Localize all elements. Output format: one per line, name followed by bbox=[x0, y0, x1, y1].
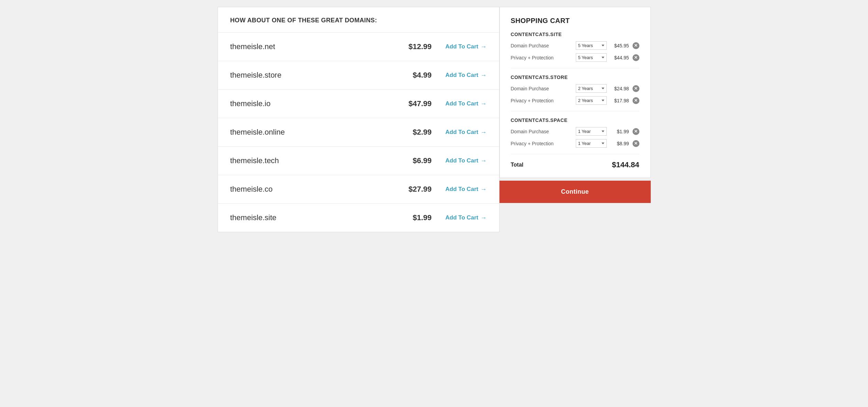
cart-item-row: Domain Purchase1 Year2 Years3 Years5 Yea… bbox=[511, 84, 639, 93]
domain-name: themeisle.io bbox=[230, 99, 401, 108]
cart-domain-name: CONTENTCATS.STORE bbox=[511, 75, 639, 80]
cart-item-row: Privacy + Protection1 Year2 Years3 Years… bbox=[511, 53, 639, 62]
add-to-cart-button[interactable]: Add To Cart → bbox=[445, 214, 486, 222]
cart-item-price: $8.99 bbox=[610, 141, 629, 146]
arrow-icon: → bbox=[481, 72, 487, 79]
cart-title: SHOPPING CART bbox=[511, 17, 639, 25]
cart-item-price: $24.98 bbox=[610, 86, 629, 91]
arrow-icon: → bbox=[481, 157, 487, 165]
add-to-cart-button[interactable]: Add To Cart → bbox=[445, 43, 486, 50]
cart-box: SHOPPING CART CONTENTCATS.SITEDomain Pur… bbox=[499, 7, 651, 178]
add-to-cart-label: Add To Cart bbox=[445, 214, 478, 221]
cart-domain-section: CONTENTCATS.SPACEDomain Purchase1 Year2 … bbox=[511, 111, 639, 148]
add-to-cart-button[interactable]: Add To Cart → bbox=[445, 129, 486, 136]
cart-domain-name: CONTENTCATS.SPACE bbox=[511, 117, 639, 123]
cart-item-label: Domain Purchase bbox=[511, 129, 572, 134]
domain-name: themeisle.online bbox=[230, 128, 401, 137]
arrow-icon: → bbox=[481, 186, 487, 193]
duration-select[interactable]: 1 Year2 Years3 Years5 Years bbox=[576, 139, 607, 148]
domain-name: themeisle.store bbox=[230, 71, 401, 80]
remove-item-button[interactable]: ✕ bbox=[633, 54, 639, 61]
add-to-cart-label: Add To Cart bbox=[445, 72, 478, 79]
domain-price: $47.99 bbox=[400, 99, 431, 108]
arrow-icon: → bbox=[481, 100, 487, 108]
cart-item-row: Privacy + Protection1 Year2 Years3 Years… bbox=[511, 96, 639, 105]
cart-panel: SHOPPING CART CONTENTCATS.SITEDomain Pur… bbox=[499, 7, 651, 232]
cart-item-row: Privacy + Protection1 Year2 Years3 Years… bbox=[511, 139, 639, 148]
add-to-cart-button[interactable]: Add To Cart → bbox=[445, 72, 486, 79]
domain-row: themeisle.io $47.99 Add To Cart → bbox=[218, 89, 499, 118]
cart-item-label: Privacy + Protection bbox=[511, 55, 572, 60]
arrow-icon: → bbox=[481, 129, 487, 136]
add-to-cart-button[interactable]: Add To Cart → bbox=[445, 186, 486, 193]
duration-select[interactable]: 1 Year2 Years3 Years5 Years bbox=[576, 84, 607, 93]
continue-button[interactable]: Continue bbox=[499, 181, 651, 203]
cart-domain-section: CONTENTCATS.STOREDomain Purchase1 Year2 … bbox=[511, 68, 639, 105]
domain-name: themeisle.co bbox=[230, 185, 401, 194]
add-to-cart-label: Add To Cart bbox=[445, 43, 478, 50]
add-to-cart-label: Add To Cart bbox=[445, 129, 478, 136]
duration-select[interactable]: 1 Year2 Years3 Years5 Years bbox=[576, 41, 607, 50]
cart-item-label: Domain Purchase bbox=[511, 86, 572, 91]
cart-domain-name: CONTENTCATS.SITE bbox=[511, 32, 639, 37]
domain-name: themeisle.net bbox=[230, 42, 401, 51]
domains-header: HOW ABOUT ONE OF THESE GREAT DOMAINS: bbox=[218, 7, 499, 32]
cart-item-price: $17.98 bbox=[610, 98, 629, 103]
add-to-cart-button[interactable]: Add To Cart → bbox=[445, 157, 486, 165]
arrow-icon: → bbox=[481, 214, 487, 222]
cart-total-label: Total bbox=[511, 162, 524, 168]
cart-item-price: $45.95 bbox=[610, 43, 629, 48]
remove-item-button[interactable]: ✕ bbox=[633, 42, 639, 49]
domain-name: themeisle.site bbox=[230, 213, 401, 222]
domain-price: $27.99 bbox=[400, 185, 431, 194]
duration-select[interactable]: 1 Year2 Years3 Years5 Years bbox=[576, 127, 607, 136]
domain-row: themeisle.store $4.99 Add To Cart → bbox=[218, 61, 499, 89]
remove-item-button[interactable]: ✕ bbox=[633, 128, 639, 135]
domain-row: themeisle.online $2.99 Add To Cart → bbox=[218, 118, 499, 146]
cart-item-price: $1.99 bbox=[610, 129, 629, 134]
remove-item-button[interactable]: ✕ bbox=[633, 140, 639, 147]
cart-item-label: Domain Purchase bbox=[511, 43, 572, 48]
domain-row: themeisle.net $12.99 Add To Cart → bbox=[218, 32, 499, 61]
domain-row: themeisle.tech $6.99 Add To Cart → bbox=[218, 146, 499, 175]
add-to-cart-label: Add To Cart bbox=[445, 157, 478, 164]
arrow-icon: → bbox=[481, 43, 487, 50]
domain-name: themeisle.tech bbox=[230, 156, 401, 165]
cart-item-label: Privacy + Protection bbox=[511, 141, 572, 146]
domain-row: themeisle.site $1.99 Add To Cart → bbox=[218, 203, 499, 232]
duration-select[interactable]: 1 Year2 Years3 Years5 Years bbox=[576, 53, 607, 62]
domain-price: $6.99 bbox=[400, 156, 431, 165]
cart-item-label: Privacy + Protection bbox=[511, 98, 572, 103]
domain-price: $2.99 bbox=[400, 128, 431, 137]
domain-price: $12.99 bbox=[400, 42, 431, 51]
cart-item-row: Domain Purchase1 Year2 Years3 Years5 Yea… bbox=[511, 127, 639, 136]
add-to-cart-button[interactable]: Add To Cart → bbox=[445, 100, 486, 108]
remove-item-button[interactable]: ✕ bbox=[633, 85, 639, 92]
cart-total-amount: $144.84 bbox=[612, 160, 639, 169]
cart-item-price: $44.95 bbox=[610, 55, 629, 60]
domain-row: themeisle.co $27.99 Add To Cart → bbox=[218, 175, 499, 203]
cart-total-row: Total $144.84 bbox=[511, 154, 639, 169]
remove-item-button[interactable]: ✕ bbox=[633, 97, 639, 104]
duration-select[interactable]: 1 Year2 Years3 Years5 Years bbox=[576, 96, 607, 105]
domain-price: $4.99 bbox=[400, 71, 431, 80]
domains-panel: HOW ABOUT ONE OF THESE GREAT DOMAINS: th… bbox=[218, 7, 499, 232]
domain-price: $1.99 bbox=[400, 213, 431, 222]
cart-domain-section: CONTENTCATS.SITEDomain Purchase1 Year2 Y… bbox=[511, 32, 639, 62]
cart-item-row: Domain Purchase1 Year2 Years3 Years5 Yea… bbox=[511, 41, 639, 50]
add-to-cart-label: Add To Cart bbox=[445, 186, 478, 193]
add-to-cart-label: Add To Cart bbox=[445, 100, 478, 107]
